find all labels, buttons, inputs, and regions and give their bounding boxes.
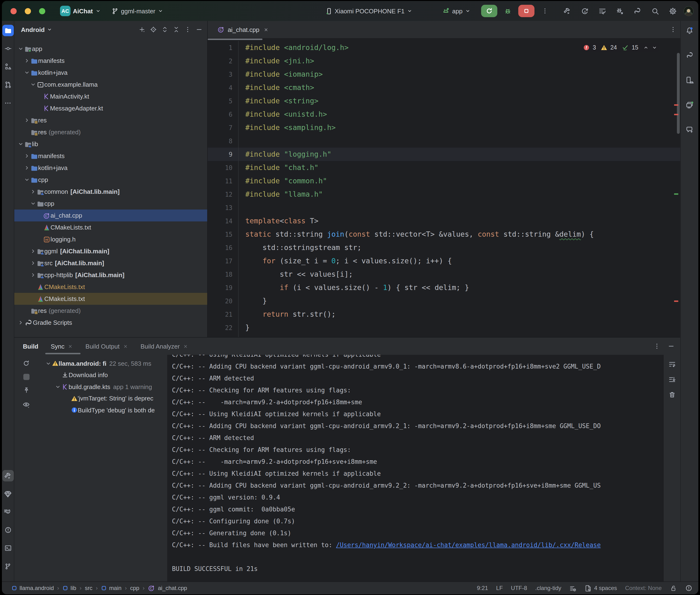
- minimize-window-button[interactable]: [25, 8, 31, 14]
- breadcrumb-item[interactable]: llama.android: [11, 585, 54, 591]
- build-console[interactable]: C/C++: -- Using KleidiAI optimized kerne…: [167, 355, 663, 582]
- tree-item[interactable]: manifests: [14, 55, 207, 67]
- breadcrumb-item[interactable]: src: [85, 585, 92, 591]
- tree-item[interactable]: Gradle Scripts: [14, 317, 207, 329]
- close-tab-icon[interactable]: [183, 344, 188, 349]
- chevron-down-icon[interactable]: [30, 200, 37, 207]
- chevron-right-icon[interactable]: [23, 152, 30, 160]
- chevron-down-icon[interactable]: [23, 69, 30, 76]
- pin-icon[interactable]: [23, 387, 30, 394]
- collapse-all-icon[interactable]: [173, 26, 179, 33]
- settings-button[interactable]: [666, 5, 679, 17]
- prev-problem-icon[interactable]: [643, 45, 649, 50]
- chevron-right-icon[interactable]: [17, 319, 24, 326]
- chevron-down-icon[interactable]: [17, 45, 24, 52]
- stop-app-button[interactable]: [518, 5, 534, 17]
- tree-item[interactable]: Hlogging.h: [14, 233, 207, 245]
- build-tool-button[interactable]: [2, 470, 13, 481]
- vcs-stripe-mark[interactable]: [674, 193, 678, 195]
- sync-project-button[interactable]: A: [578, 5, 591, 17]
- chevron-down-icon[interactable]: [17, 140, 24, 148]
- build-variants-button[interactable]: [595, 5, 609, 17]
- clear-all-icon[interactable]: [668, 391, 676, 399]
- tree-item[interactable]: MessageAdapter.kt: [14, 103, 207, 114]
- build-tree-item[interactable]: build.gradle.ktsapp 1 warning: [38, 381, 167, 393]
- chevron-right-icon[interactable]: [30, 188, 37, 195]
- rerun-app-button[interactable]: [481, 5, 497, 17]
- fullscreen-window-button[interactable]: [39, 8, 45, 14]
- project-widget[interactable]: AC AiChat: [60, 6, 101, 16]
- caret-position[interactable]: 9:21: [477, 585, 488, 591]
- breadcrumb-item[interactable]: Cai_chat.cpp: [148, 584, 187, 592]
- next-problem-icon[interactable]: [652, 45, 657, 50]
- structure-tool-button[interactable]: [2, 61, 13, 73]
- commit-tool-button[interactable]: [2, 43, 13, 54]
- editor-vertical-scrollbar[interactable]: [677, 53, 680, 134]
- build-tree-item[interactable]: BuildType 'debug' is both de: [38, 404, 167, 416]
- tree-item[interactable]: ggml[AiChat.lib.main]: [14, 245, 207, 257]
- error-stripe-mark[interactable]: [674, 301, 678, 302]
- chevron-right-icon[interactable]: [30, 248, 37, 255]
- breadcrumb-item[interactable]: main: [101, 585, 121, 591]
- tree-item[interactable]: res(generated): [14, 305, 207, 317]
- tree-item[interactable]: src[AiChat.lib.main]: [14, 257, 207, 269]
- tree-item[interactable]: cpp-httplib[AiChat.lib.main]: [14, 269, 207, 281]
- gradle-sync-button[interactable]: [631, 5, 644, 17]
- logcat-tool-button[interactable]: [2, 506, 13, 518]
- event-log-button[interactable]: [685, 584, 693, 592]
- soft-wrap-icon[interactable]: [668, 361, 676, 368]
- tree-item[interactable]: com.example.llama: [14, 79, 207, 90]
- breadcrumb-item[interactable]: cpp: [130, 585, 139, 591]
- running-devices-tool-button[interactable]: [684, 99, 695, 111]
- project-tool-button[interactable]: [2, 25, 13, 36]
- tree-item[interactable]: app: [14, 43, 207, 55]
- tree-item[interactable]: cpp: [14, 198, 207, 209]
- rerun-sync-icon[interactable]: [22, 360, 30, 367]
- build-tree-item[interactable]: 'jvmTarget: String' is deprec: [38, 393, 167, 404]
- indent-config[interactable]: 4 spaces: [585, 585, 617, 592]
- hide-panel-icon[interactable]: [668, 343, 674, 349]
- version-control-tool-button[interactable]: [2, 561, 13, 572]
- expand-all-icon[interactable]: [162, 26, 168, 33]
- close-window-button[interactable]: [10, 8, 17, 14]
- locate-file-icon[interactable]: [150, 26, 157, 33]
- tree-item[interactable]: kotlin+java: [14, 67, 207, 79]
- console-file-link[interactable]: /Users/hanyin/Workspace/ai-chat/examples…: [336, 541, 601, 548]
- add-icon[interactable]: [139, 26, 145, 33]
- user-avatar[interactable]: [683, 6, 694, 16]
- device-selector[interactable]: Xiaomi POCOPHONE F1: [325, 7, 413, 15]
- hide-panel-icon[interactable]: [196, 26, 202, 33]
- code-style-config[interactable]: .clang-tidy: [535, 585, 561, 591]
- notifications-tool-button[interactable]: [684, 25, 695, 36]
- scroll-to-end-icon[interactable]: [668, 376, 676, 383]
- stop-sync-icon[interactable]: [23, 374, 29, 380]
- breadcrumb-item[interactable]: lib: [62, 585, 76, 591]
- formatter-toggle[interactable]: [569, 585, 577, 592]
- build-tree-item[interactable]: Download info: [38, 369, 167, 381]
- tree-item[interactable]: manifests: [14, 150, 207, 162]
- kebab-menu-icon[interactable]: [184, 26, 191, 33]
- error-stripe-mark[interactable]: [674, 104, 678, 106]
- file-encoding[interactable]: UTF-8: [511, 585, 527, 591]
- resolve-context[interactable]: Context: None: [625, 585, 662, 591]
- project-view-selector[interactable]: Android: [21, 26, 45, 33]
- tree-item[interactable]: lib: [14, 138, 207, 150]
- tree-item[interactable]: CMakeLists.txt: [14, 221, 207, 233]
- preview-eye-icon[interactable]: [22, 400, 30, 408]
- attach-debugger-button[interactable]: [613, 5, 626, 17]
- build-project-button[interactable]: [560, 5, 573, 17]
- tree-item[interactable]: MainActivity.kt: [14, 90, 207, 103]
- debug-app-button[interactable]: [501, 5, 514, 17]
- close-tab-icon[interactable]: [123, 344, 128, 349]
- run-more-options-button[interactable]: [538, 5, 552, 17]
- chevron-right-icon[interactable]: [30, 259, 37, 267]
- tree-item[interactable]: common[AiChat.lib.main]: [14, 186, 207, 198]
- chevron-down-icon[interactable]: [54, 384, 61, 390]
- error-stripe-mark[interactable]: [674, 114, 678, 115]
- chevron-down-icon[interactable]: [45, 361, 52, 367]
- search-everywhere-button[interactable]: [648, 5, 662, 17]
- problems-tool-button[interactable]: [2, 524, 13, 536]
- tree-item[interactable]: Cai_chat.cpp: [14, 209, 207, 221]
- chevron-down-icon[interactable]: [23, 176, 30, 183]
- line-ending[interactable]: LF: [496, 585, 503, 591]
